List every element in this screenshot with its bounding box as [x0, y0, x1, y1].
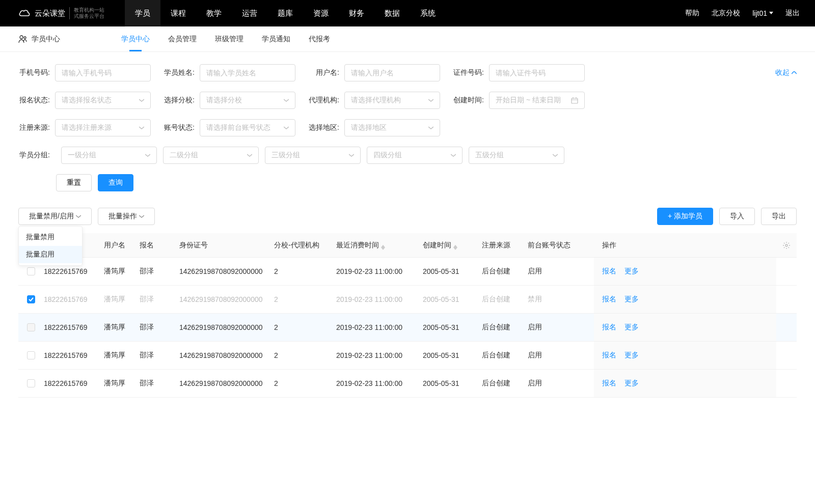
username-input[interactable] — [344, 64, 440, 81]
subnav-student-notify[interactable]: 学员通知 — [262, 26, 290, 51]
cell-create: 2005-05-31 — [423, 295, 482, 303]
group1-select[interactable]: 一级分组 — [61, 147, 157, 164]
regstatus-select[interactable]: 请选择报名状态 — [55, 92, 151, 109]
import-button[interactable]: 导入 — [719, 208, 755, 225]
logo-text: 云朵课堂 — [35, 9, 65, 18]
nav-logout[interactable]: 退出 — [785, 9, 800, 18]
export-button[interactable]: 导出 — [761, 208, 797, 225]
table-row: 18222615769潘筠厚邵泽142629198708092000000220… — [18, 314, 797, 342]
nav-students[interactable]: 学员 — [125, 0, 160, 26]
createtime-picker[interactable]: 开始日期 ~ 结束日期 — [489, 92, 585, 109]
region-select[interactable]: 请选择地区 — [344, 119, 440, 136]
nav-finance[interactable]: 财务 — [339, 0, 374, 26]
chevron-down-icon — [428, 99, 433, 102]
nav-data[interactable]: 数据 — [374, 0, 410, 26]
idcard-input[interactable] — [489, 64, 585, 81]
breadcrumb-text: 学员中心 — [32, 35, 60, 44]
group5-select[interactable]: 五级分组 — [469, 147, 564, 164]
breadcrumb: 学员中心 — [18, 35, 60, 44]
nav-help[interactable]: 帮助 — [685, 9, 699, 18]
subnav-member-mgmt[interactable]: 会员管理 — [168, 26, 197, 51]
col-reg: 报名 — [140, 241, 179, 250]
agent-select[interactable]: 请选择代理机构 — [344, 92, 440, 109]
group4-select[interactable]: 四级分组 — [367, 147, 463, 164]
col-consume[interactable]: 最近消费时间 — [336, 241, 423, 250]
action-register[interactable]: 报名 — [602, 379, 616, 388]
action-more[interactable]: 更多 — [624, 323, 639, 332]
group3-select[interactable]: 三级分组 — [265, 147, 361, 164]
branch-select[interactable]: 请选择分校 — [200, 92, 295, 109]
dropdown-disable[interactable]: 批量禁用 — [19, 229, 82, 246]
group2-select[interactable]: 二级分组 — [163, 147, 259, 164]
acctstatus-label: 账号状态: — [163, 123, 195, 132]
nav-user[interactable]: lijt01 — [752, 9, 773, 17]
cell-phone: 18222615769 — [44, 295, 104, 303]
cell-consume: 2019-02-23 11:00:00 — [336, 295, 423, 303]
regsource-select[interactable]: 请选择注册来源 — [55, 119, 151, 136]
subnav-proxy-exam[interactable]: 代报考 — [309, 26, 330, 51]
cell-branch: 2 — [274, 379, 336, 387]
action-register[interactable]: 报名 — [602, 351, 616, 360]
createtime-label: 创建时间: — [452, 96, 484, 105]
chevron-down-icon — [553, 154, 558, 157]
nav-courses[interactable]: 课程 — [160, 0, 196, 26]
batch-toggle-button[interactable]: 批量禁用/启用 — [18, 208, 92, 225]
nav-operations[interactable]: 运营 — [232, 0, 267, 26]
nav-resources[interactable]: 资源 — [303, 0, 339, 26]
nav-system[interactable]: 系统 — [410, 0, 446, 26]
student-table: 用户名 报名 身份证号 分校-代理机构 最近消费时间 创建时间 注册来源 前台账… — [18, 233, 797, 398]
group-label: 学员分组: — [18, 151, 50, 160]
action-register[interactable]: 报名 — [602, 267, 616, 276]
add-student-button[interactable]: + 添加学员 — [657, 208, 713, 225]
cell-consume: 2019-02-23 11:00:00 — [336, 267, 423, 275]
action-more[interactable]: 更多 — [624, 267, 639, 276]
action-register[interactable]: 报名 — [602, 295, 616, 304]
cell-reg: 邵泽 — [140, 379, 179, 388]
action-more[interactable]: 更多 — [624, 295, 639, 304]
table-row: 18222615769潘筠厚邵泽142629198708092000000220… — [18, 342, 797, 370]
filter-panel: 手机号码: 学员姓名: 用户名: 证件号码: 收起 报名状态:请选择报名状态 选… — [0, 52, 815, 191]
subnav-class-mgmt[interactable]: 班级管理 — [215, 26, 243, 51]
action-more[interactable]: 更多 — [624, 351, 639, 360]
batch-op-button[interactable]: 批量操作 — [98, 208, 155, 225]
dropdown-enable[interactable]: 批量启用 — [19, 246, 82, 263]
col-user: 用户名 — [104, 241, 140, 250]
cell-id: 142629198708092000000 — [179, 323, 274, 331]
collapse-link[interactable]: 收起 — [775, 64, 797, 81]
row-checkbox[interactable] — [27, 379, 35, 387]
reset-button[interactable]: 重置 — [56, 174, 92, 191]
row-checkbox[interactable] — [27, 267, 35, 275]
regsource-label: 注册来源: — [18, 123, 50, 132]
cell-reg: 邵泽 — [140, 295, 179, 304]
gear-icon[interactable] — [782, 241, 791, 249]
cell-status: 启用 — [528, 323, 594, 332]
table-row: 18222615769潘筠厚邵泽142629198708092000000220… — [18, 370, 797, 398]
search-button[interactable]: 查询 — [98, 174, 133, 191]
nav-question-bank[interactable]: 题库 — [267, 0, 303, 26]
top-nav: 云朵课堂 教育机构一站式服务云平台 学员 课程 教学 运营 题库 资源 财务 数… — [0, 0, 815, 26]
action-more[interactable]: 更多 — [624, 379, 639, 388]
cell-source: 后台创建 — [482, 295, 528, 304]
cell-user: 潘筠厚 — [104, 323, 140, 332]
nav-branch[interactable]: 北京分校 — [712, 9, 740, 18]
toolbar: 批量禁用/启用 批量操作 批量禁用 批量启用 + 添加学员 导入 导出 — [0, 208, 815, 233]
phone-input[interactable] — [55, 64, 151, 81]
row-checkbox[interactable] — [27, 351, 35, 359]
row-checkbox[interactable] — [27, 295, 35, 303]
cell-phone: 18222615769 — [44, 267, 104, 275]
col-create[interactable]: 创建时间 — [423, 241, 482, 250]
agent-label: 代理机构: — [308, 96, 339, 105]
acctstatus-select[interactable]: 请选择前台账号状态 — [200, 119, 295, 136]
user-icon — [18, 35, 28, 44]
name-input[interactable] — [200, 64, 295, 81]
cell-branch: 2 — [274, 323, 336, 331]
logo[interactable]: 云朵课堂 教育机构一站式服务云平台 — [18, 7, 104, 19]
chevron-down-icon — [284, 99, 289, 102]
col-id: 身份证号 — [179, 241, 274, 250]
row-checkbox[interactable] — [27, 323, 35, 331]
action-register[interactable]: 报名 — [602, 323, 616, 332]
svg-rect-2 — [572, 98, 578, 103]
nav-teaching[interactable]: 教学 — [196, 0, 232, 26]
sub-nav: 学员中心 学员中心 会员管理 班级管理 学员通知 代报考 — [0, 26, 815, 52]
subnav-student-center[interactable]: 学员中心 — [121, 26, 150, 51]
